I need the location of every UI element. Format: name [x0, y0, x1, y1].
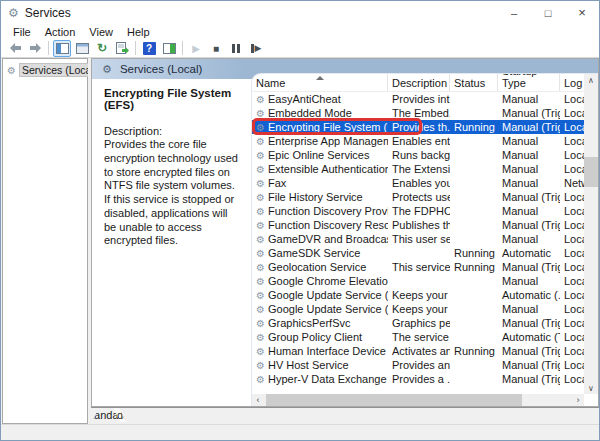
cell-description: This service ...	[388, 261, 450, 273]
service-name: Extensible Authentication P...	[268, 163, 388, 175]
column-header-description[interactable]: Description	[388, 74, 450, 91]
scroll-down-icon[interactable]: ∨	[584, 382, 598, 394]
column-header-log-on-as[interactable]: Log	[560, 74, 584, 91]
services-list-panel: Name Description Status Startup Type Log	[251, 73, 598, 406]
service-gear-icon: ⚙	[256, 192, 265, 203]
cell-log-on-as: Loca	[560, 289, 584, 301]
table-row[interactable]: ⚙ Human Interface Device Ser... Activate…	[252, 344, 584, 358]
scroll-left-icon[interactable]: ‹	[252, 395, 264, 405]
start-icon: ▶	[192, 43, 200, 54]
table-row[interactable]: ⚙ File History Service Protects use... M…	[252, 190, 584, 204]
cell-log-on-as: Loca	[560, 219, 584, 231]
table-row[interactable]: ⚙ EasyAntiCheat Provides int... Manual L…	[252, 92, 584, 106]
close-button[interactable]: ×	[565, 1, 599, 24]
table-row[interactable]: ⚙ Extensible Authentication P... The Ext…	[252, 162, 584, 176]
service-gear-icon: ⚙	[256, 94, 265, 105]
service-gear-icon: ⚙	[256, 346, 265, 357]
horizontal-scrollbar[interactable]: ‹ ›	[252, 394, 584, 406]
table-row[interactable]: ⚙ Enterprise App Managemen... Enables en…	[252, 134, 584, 148]
table-row[interactable]: ⚙ Function Discovery Provide... The FDPH…	[252, 204, 584, 218]
service-gear-icon: ⚙	[256, 248, 265, 259]
help-icon: ?	[143, 42, 156, 55]
cell-name: ⚙ Human Interface Device Ser...	[252, 345, 388, 357]
services-node-icon: ⚙	[7, 65, 16, 76]
table-row[interactable]: ⚙ Group Policy Client The service i... A…	[252, 330, 584, 344]
cell-status: Running	[450, 121, 498, 133]
scroll-up-icon[interactable]: ∧	[584, 74, 598, 86]
back-button[interactable]	[6, 40, 24, 57]
service-name: Encrypting File System (EFS)	[268, 121, 388, 133]
forward-button[interactable]	[26, 40, 44, 57]
cell-log-on-as: Loca	[560, 303, 584, 315]
vertical-scroll-track[interactable]	[584, 86, 598, 382]
cell-log-on-as: Loca	[560, 373, 584, 385]
table-row[interactable]: ⚙ Google Update Service (gup... Keeps yo…	[252, 302, 584, 316]
cell-startup-type: Manual (Trig...	[498, 219, 560, 231]
cell-status: Running	[450, 345, 498, 357]
cell-name: ⚙ Google Update Service (gup...	[252, 289, 388, 301]
tree-item-services-local[interactable]: ⚙ Services (Local)	[3, 63, 87, 77]
menu-item[interactable]: Help	[120, 26, 157, 38]
table-row[interactable]: ⚙ Geolocation Service This service ... R…	[252, 260, 584, 274]
start-service-button[interactable]: ▶	[187, 40, 205, 57]
description-label: Description:	[104, 125, 241, 137]
table-row[interactable]: ⚙ Embedded Mode The Embed... Manual (Tri…	[252, 106, 584, 120]
minimize-button[interactable]: –	[497, 1, 531, 24]
cell-name: ⚙ Function Discovery Provide...	[252, 205, 388, 217]
back-arrow-icon	[9, 42, 22, 54]
cell-log-on-as: Loca	[560, 233, 584, 245]
column-header-startup-type[interactable]: Startup Type	[498, 74, 560, 91]
vertical-scroll-thumb[interactable]	[584, 157, 598, 187]
cell-log-on-as: Loca	[560, 107, 584, 119]
menu-item[interactable]: View	[82, 26, 120, 38]
menu-item[interactable]: Action	[38, 26, 83, 38]
column-header-status[interactable]: Status	[450, 74, 498, 91]
maximize-button[interactable]: □	[531, 1, 565, 24]
table-row[interactable]: ⚙ Google Chrome Elevation S... Manual Lo…	[252, 274, 584, 288]
column-header-name[interactable]: Name	[252, 74, 388, 91]
cell-log-on-as: Loca	[560, 135, 584, 147]
pause-service-button[interactable]	[227, 40, 245, 57]
menu-item[interactable]: File	[6, 26, 38, 38]
refresh-button[interactable]: ↻	[93, 40, 111, 57]
service-gear-icon: ⚙	[256, 360, 265, 371]
service-gear-icon: ⚙	[256, 164, 265, 175]
service-name: Embedded Mode	[268, 107, 352, 119]
service-name: Enterprise App Managemen...	[268, 135, 388, 147]
restart-service-button[interactable]: ▶	[247, 40, 265, 57]
cell-log-on-as: Loca	[560, 121, 584, 133]
table-row[interactable]: ⚙ GameDVR and Broadcast Us... This user …	[252, 232, 584, 246]
scroll-right-icon[interactable]: ›	[572, 395, 584, 405]
banner-title: Services (Local)	[120, 63, 202, 75]
stop-service-button[interactable]: ■	[207, 40, 225, 57]
service-rows: ⚙ EasyAntiCheat Provides int... Manual L…	[252, 92, 584, 386]
vertical-scrollbar[interactable]: ∧ ∨	[584, 74, 598, 394]
show-console-tree-button[interactable]	[53, 40, 71, 57]
table-row[interactable]: ⚙ Epic Online Services Runs backg... Man…	[252, 148, 584, 162]
table-row[interactable]: ⚙ Google Update Service (gup... Keeps yo…	[252, 288, 584, 302]
properties-button[interactable]	[73, 40, 91, 57]
table-row[interactable]: ⚙ Encrypting File System (EFS) Provides …	[252, 120, 584, 134]
cell-log-on-as: Loca	[560, 345, 584, 357]
pause-icon	[232, 44, 240, 53]
service-name: GameDVR and Broadcast Us...	[268, 233, 388, 245]
cell-name: ⚙ Encrypting File System (EFS)	[252, 121, 388, 133]
sort-ascending-icon	[316, 76, 324, 80]
table-row[interactable]: ⚙ Function Discovery Resourc... Publishe…	[252, 218, 584, 232]
horizontal-scroll-track[interactable]	[264, 394, 572, 406]
table-row[interactable]: ⚙ GraphicsPerfSvc Graphics pe... Manual …	[252, 316, 584, 330]
export-list-button[interactable]	[113, 40, 131, 57]
table-row[interactable]: ⚙ HV Host Service Provides an ... Manual…	[252, 358, 584, 372]
description-text: Provides the core file encryption techno…	[104, 138, 241, 248]
service-gear-icon: ⚙	[256, 234, 265, 245]
console-tree-pane: ⚙ Services (Local)	[2, 58, 88, 424]
description-pane: Encrypting File System (EFS) Description…	[92, 79, 251, 406]
table-row[interactable]: ⚙ Hyper-V Data Exchange Ser... Provides …	[252, 372, 584, 386]
show-action-pane-button[interactable]	[160, 40, 178, 57]
table-row[interactable]: ⚙ GameSDK Service Running Automatic Loca	[252, 246, 584, 260]
table-row[interactable]: ⚙ Fax Enables you... Manual Netw	[252, 176, 584, 190]
help-button[interactable]: ?	[140, 40, 158, 57]
cell-startup-type: Manual (Trig...	[498, 261, 560, 273]
horizontal-scroll-thumb[interactable]	[266, 394, 522, 406]
cell-description: The Extensi...	[388, 163, 450, 175]
